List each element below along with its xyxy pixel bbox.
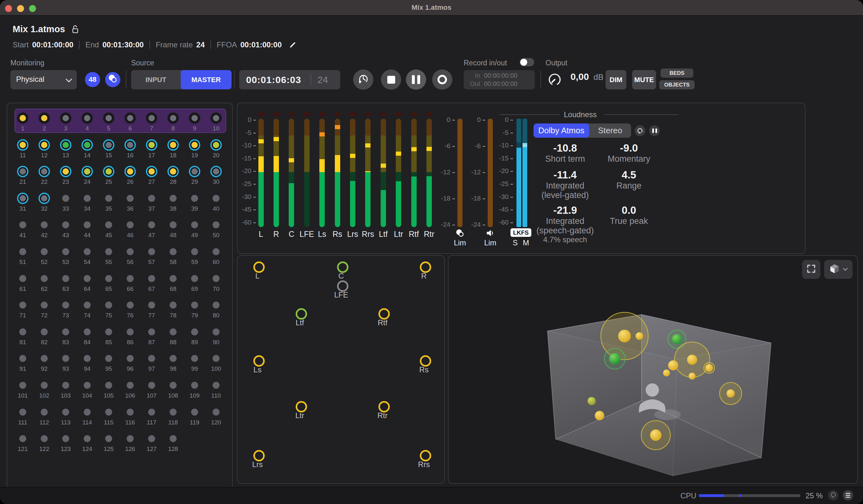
channel-dot[interactable] xyxy=(170,275,177,282)
channel-dot[interactable] xyxy=(41,328,48,335)
channel-dot[interactable] xyxy=(170,222,177,228)
channel-dot[interactable] xyxy=(19,222,26,228)
channel-dot[interactable] xyxy=(39,166,50,177)
channel-dot[interactable] xyxy=(19,328,26,335)
channel-dot[interactable] xyxy=(17,139,28,151)
channel-dot[interactable] xyxy=(191,302,198,308)
channel-dot[interactable] xyxy=(170,408,177,416)
mute-button[interactable]: MUTE xyxy=(632,70,656,89)
channel-dot[interactable] xyxy=(60,139,71,151)
channel-dot[interactable] xyxy=(146,166,157,177)
channel-dot[interactable] xyxy=(210,139,222,151)
channel-dot[interactable] xyxy=(19,435,26,442)
channel-dot[interactable] xyxy=(127,195,134,202)
channel-dot[interactable] xyxy=(213,222,220,228)
channel-dot[interactable] xyxy=(103,112,114,124)
channel-dot[interactable] xyxy=(213,408,220,416)
channel-dot[interactable] xyxy=(127,435,134,442)
channel-dot[interactable] xyxy=(41,355,48,362)
reset-processing-button[interactable] xyxy=(828,490,838,501)
channel-dot[interactable] xyxy=(105,275,112,282)
channel-dot[interactable] xyxy=(191,275,198,282)
channel-dot[interactable] xyxy=(17,193,28,204)
channel-dot[interactable] xyxy=(167,139,179,151)
channel-dot[interactable] xyxy=(105,355,112,362)
channel-dot[interactable] xyxy=(148,382,155,389)
channel-dot[interactable] xyxy=(103,139,114,151)
channel-dot[interactable] xyxy=(191,248,198,255)
loudness-reset-button[interactable] xyxy=(635,125,645,136)
channel-dot[interactable] xyxy=(170,248,177,255)
channel-dot[interactable] xyxy=(213,355,220,362)
stop-button[interactable] xyxy=(381,70,401,90)
channel-dot[interactable] xyxy=(82,166,93,177)
channel-dot[interactable] xyxy=(84,222,91,228)
channel-dot[interactable] xyxy=(82,139,93,151)
channel-dot[interactable] xyxy=(148,408,155,416)
channel-dot[interactable] xyxy=(148,328,155,335)
channel-dot[interactable] xyxy=(191,382,198,389)
channel-dot[interactable] xyxy=(84,435,91,442)
channel-dot[interactable] xyxy=(82,112,93,124)
channel-dot[interactable] xyxy=(213,328,220,335)
channel-dot[interactable] xyxy=(105,408,112,416)
channel-dot[interactable] xyxy=(105,302,112,308)
channel-dot[interactable] xyxy=(127,275,134,282)
tab-stereo[interactable]: Stereo xyxy=(589,124,631,138)
channel-dot[interactable] xyxy=(41,302,48,308)
channel-dot[interactable] xyxy=(62,328,69,335)
channel-dot[interactable] xyxy=(213,248,220,255)
channel-dot[interactable] xyxy=(84,302,91,308)
channel-dot[interactable] xyxy=(19,248,26,255)
channel-dot[interactable] xyxy=(170,328,177,335)
channel-dot[interactable] xyxy=(62,382,69,389)
beds-button[interactable]: BEDS xyxy=(661,68,693,78)
channel-dot[interactable] xyxy=(84,275,91,282)
dim-button[interactable]: DIM xyxy=(605,70,626,89)
room-3d-panel[interactable] xyxy=(448,255,858,484)
record-button[interactable] xyxy=(432,70,452,90)
channel-dot[interactable] xyxy=(19,302,26,308)
channel-dot[interactable] xyxy=(105,248,112,255)
channel-dot[interactable] xyxy=(127,408,134,416)
channel-dot[interactable] xyxy=(41,435,48,442)
channel-dot[interactable] xyxy=(189,139,200,151)
channel-dot[interactable] xyxy=(124,139,136,151)
channel-dot[interactable] xyxy=(105,222,112,228)
channel-dot[interactable] xyxy=(213,382,220,389)
channel-dot[interactable] xyxy=(19,382,26,389)
channel-dot[interactable] xyxy=(39,139,50,151)
channel-dot[interactable] xyxy=(127,355,134,362)
channel-dot[interactable] xyxy=(62,248,69,255)
channel-dot[interactable] xyxy=(127,248,134,255)
channel-dot[interactable] xyxy=(39,193,50,204)
channel-dot[interactable] xyxy=(84,195,91,202)
channel-dot[interactable] xyxy=(60,112,71,124)
channel-dot[interactable] xyxy=(148,302,155,308)
channel-dot[interactable] xyxy=(191,222,198,228)
channel-dot[interactable] xyxy=(127,328,134,335)
channel-dot[interactable] xyxy=(148,248,155,255)
monitoring-select[interactable]: Physical xyxy=(10,70,77,89)
output-volume-knob[interactable] xyxy=(548,72,562,88)
channel-dot[interactable] xyxy=(213,302,220,308)
edit-ffoa-button[interactable] xyxy=(289,41,296,49)
channel-dot[interactable] xyxy=(170,382,177,389)
tab-dolby-atmos[interactable]: Dolby Atmos xyxy=(534,124,589,138)
channel-dot[interactable] xyxy=(84,248,91,255)
channel-dot[interactable] xyxy=(170,355,177,362)
channel-dot[interactable] xyxy=(62,355,69,362)
channel-dot[interactable] xyxy=(148,435,155,442)
pause-button[interactable] xyxy=(406,70,426,90)
channel-dot[interactable] xyxy=(191,195,198,202)
channel-dot[interactable] xyxy=(105,382,112,389)
channel-dot[interactable] xyxy=(41,408,48,416)
channel-dot[interactable] xyxy=(60,166,71,177)
channel-dot[interactable] xyxy=(148,222,155,228)
channel-dot[interactable] xyxy=(148,195,155,202)
channel-dot[interactable] xyxy=(105,195,112,202)
channel-dot[interactable] xyxy=(84,328,91,335)
channel-dot[interactable] xyxy=(148,275,155,282)
channel-dot[interactable] xyxy=(41,222,48,228)
channel-dot[interactable] xyxy=(84,408,91,416)
